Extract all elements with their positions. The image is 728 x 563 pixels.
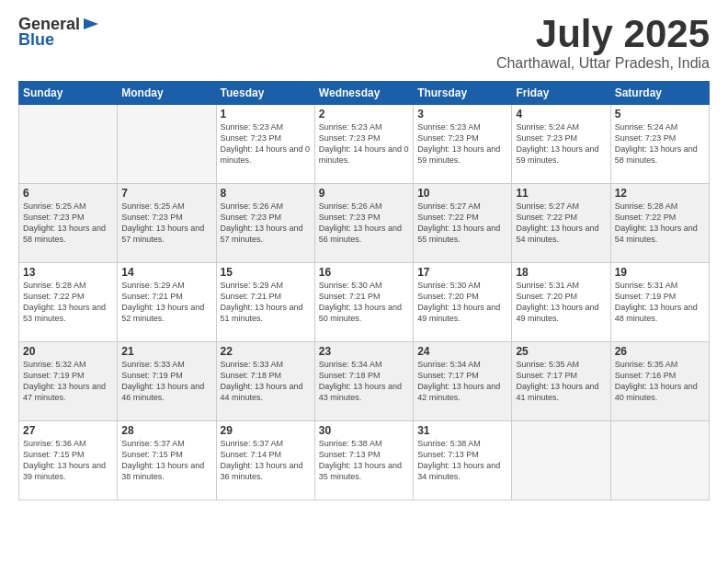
table-row: 17Sunrise: 5:30 AMSunset: 7:20 PMDayligh… bbox=[414, 263, 512, 342]
day-info: Sunrise: 5:35 AMSunset: 7:17 PMDaylight:… bbox=[516, 359, 606, 404]
day-info: Sunrise: 5:28 AMSunset: 7:22 PMDaylight:… bbox=[615, 201, 705, 246]
table-row bbox=[19, 105, 118, 184]
header-sunday: Sunday bbox=[19, 82, 118, 105]
table-row: 3Sunrise: 5:23 AMSunset: 7:23 PMDaylight… bbox=[414, 105, 512, 184]
header-saturday: Saturday bbox=[610, 82, 709, 105]
day-info: Sunrise: 5:31 AMSunset: 7:20 PMDaylight:… bbox=[516, 280, 606, 325]
day-info: Sunrise: 5:29 AMSunset: 7:21 PMDaylight:… bbox=[121, 280, 211, 325]
day-number: 16 bbox=[319, 266, 409, 279]
table-row: 20Sunrise: 5:32 AMSunset: 7:19 PMDayligh… bbox=[19, 342, 118, 421]
day-number: 9 bbox=[319, 187, 409, 200]
day-number: 23 bbox=[319, 345, 409, 358]
table-row: 15Sunrise: 5:29 AMSunset: 7:21 PMDayligh… bbox=[216, 263, 314, 342]
table-row: 29Sunrise: 5:37 AMSunset: 7:14 PMDayligh… bbox=[216, 421, 314, 500]
day-number: 14 bbox=[121, 266, 211, 279]
day-info: Sunrise: 5:25 AMSunset: 7:23 PMDaylight:… bbox=[121, 201, 211, 246]
day-number: 13 bbox=[23, 266, 113, 279]
day-info: Sunrise: 5:38 AMSunset: 7:13 PMDaylight:… bbox=[417, 438, 507, 483]
table-row: 23Sunrise: 5:34 AMSunset: 7:18 PMDayligh… bbox=[314, 342, 413, 421]
logo: General Blue bbox=[18, 15, 100, 50]
title-section: July 2025 Charthawal, Uttar Pradesh, Ind… bbox=[496, 15, 710, 72]
table-row: 26Sunrise: 5:35 AMSunset: 7:16 PMDayligh… bbox=[610, 342, 709, 421]
logo-flag-icon bbox=[82, 17, 100, 33]
calendar-week-row: 6Sunrise: 5:25 AMSunset: 7:23 PMDaylight… bbox=[19, 184, 710, 263]
day-info: Sunrise: 5:34 AMSunset: 7:17 PMDaylight:… bbox=[417, 359, 507, 404]
day-number: 15 bbox=[221, 266, 311, 279]
table-row: 31Sunrise: 5:38 AMSunset: 7:13 PMDayligh… bbox=[414, 421, 512, 500]
day-info: Sunrise: 5:31 AMSunset: 7:19 PMDaylight:… bbox=[615, 280, 705, 325]
header: General Blue July 2025 Charthawal, Uttar… bbox=[18, 15, 710, 72]
header-wednesday: Wednesday bbox=[314, 82, 413, 105]
day-info: Sunrise: 5:27 AMSunset: 7:22 PMDaylight:… bbox=[417, 201, 507, 246]
day-number: 11 bbox=[516, 187, 606, 200]
day-number: 30 bbox=[319, 424, 409, 437]
day-number: 18 bbox=[516, 266, 606, 279]
day-number: 21 bbox=[121, 345, 211, 358]
logo-blue: Blue bbox=[18, 30, 54, 50]
table-row: 12Sunrise: 5:28 AMSunset: 7:22 PMDayligh… bbox=[610, 184, 709, 263]
day-number: 20 bbox=[23, 345, 113, 358]
table-row: 7Sunrise: 5:25 AMSunset: 7:23 PMDaylight… bbox=[118, 184, 216, 263]
month-title: July 2025 bbox=[496, 15, 710, 53]
table-row: 30Sunrise: 5:38 AMSunset: 7:13 PMDayligh… bbox=[314, 421, 413, 500]
table-row: 6Sunrise: 5:25 AMSunset: 7:23 PMDaylight… bbox=[19, 184, 118, 263]
table-row: 18Sunrise: 5:31 AMSunset: 7:20 PMDayligh… bbox=[512, 263, 610, 342]
day-number: 25 bbox=[516, 345, 606, 358]
day-info: Sunrise: 5:29 AMSunset: 7:21 PMDaylight:… bbox=[221, 280, 311, 325]
day-info: Sunrise: 5:33 AMSunset: 7:19 PMDaylight:… bbox=[121, 359, 211, 404]
calendar-header-row: Sunday Monday Tuesday Wednesday Thursday… bbox=[19, 82, 710, 105]
table-row: 2Sunrise: 5:23 AMSunset: 7:23 PMDaylight… bbox=[314, 105, 413, 184]
day-info: Sunrise: 5:27 AMSunset: 7:22 PMDaylight:… bbox=[516, 201, 606, 246]
day-info: Sunrise: 5:23 AMSunset: 7:23 PMDaylight:… bbox=[221, 121, 311, 167]
day-info: Sunrise: 5:35 AMSunset: 7:16 PMDaylight:… bbox=[615, 359, 705, 404]
location-title: Charthawal, Uttar Pradesh, India bbox=[496, 55, 710, 72]
day-number: 6 bbox=[23, 187, 113, 200]
day-number: 27 bbox=[23, 424, 113, 437]
table-row: 22Sunrise: 5:33 AMSunset: 7:18 PMDayligh… bbox=[216, 342, 314, 421]
calendar-table: Sunday Monday Tuesday Wednesday Thursday… bbox=[18, 81, 710, 500]
day-number: 24 bbox=[417, 345, 507, 358]
day-info: Sunrise: 5:36 AMSunset: 7:15 PMDaylight:… bbox=[23, 438, 113, 483]
day-info: Sunrise: 5:32 AMSunset: 7:19 PMDaylight:… bbox=[23, 359, 113, 404]
day-info: Sunrise: 5:23 AMSunset: 7:23 PMDaylight:… bbox=[319, 121, 409, 167]
day-number: 29 bbox=[221, 424, 311, 437]
day-info: Sunrise: 5:33 AMSunset: 7:18 PMDaylight:… bbox=[221, 359, 311, 404]
table-row: 21Sunrise: 5:33 AMSunset: 7:19 PMDayligh… bbox=[118, 342, 216, 421]
calendar-week-row: 20Sunrise: 5:32 AMSunset: 7:19 PMDayligh… bbox=[19, 342, 710, 421]
day-number: 7 bbox=[121, 187, 211, 200]
day-info: Sunrise: 5:37 AMSunset: 7:15 PMDaylight:… bbox=[121, 438, 211, 483]
table-row: 19Sunrise: 5:31 AMSunset: 7:19 PMDayligh… bbox=[610, 263, 709, 342]
day-number: 8 bbox=[221, 187, 311, 200]
day-info: Sunrise: 5:26 AMSunset: 7:23 PMDaylight:… bbox=[221, 201, 311, 246]
day-number: 22 bbox=[221, 345, 311, 358]
table-row bbox=[610, 421, 709, 500]
day-info: Sunrise: 5:25 AMSunset: 7:23 PMDaylight:… bbox=[23, 201, 113, 246]
table-row: 24Sunrise: 5:34 AMSunset: 7:17 PMDayligh… bbox=[414, 342, 512, 421]
table-row: 5Sunrise: 5:24 AMSunset: 7:23 PMDaylight… bbox=[610, 105, 709, 184]
table-row: 11Sunrise: 5:27 AMSunset: 7:22 PMDayligh… bbox=[512, 184, 610, 263]
calendar-week-row: 27Sunrise: 5:36 AMSunset: 7:15 PMDayligh… bbox=[19, 421, 710, 500]
table-row: 8Sunrise: 5:26 AMSunset: 7:23 PMDaylight… bbox=[216, 184, 314, 263]
table-row: 25Sunrise: 5:35 AMSunset: 7:17 PMDayligh… bbox=[512, 342, 610, 421]
header-thursday: Thursday bbox=[414, 82, 512, 105]
table-row bbox=[512, 421, 610, 500]
svg-marker-0 bbox=[84, 18, 98, 29]
day-number: 10 bbox=[417, 187, 507, 200]
day-info: Sunrise: 5:24 AMSunset: 7:23 PMDaylight:… bbox=[615, 121, 705, 167]
day-number: 1 bbox=[221, 108, 311, 121]
day-number: 2 bbox=[319, 108, 409, 121]
calendar-week-row: 1Sunrise: 5:23 AMSunset: 7:23 PMDaylight… bbox=[19, 105, 710, 184]
day-info: Sunrise: 5:28 AMSunset: 7:22 PMDaylight:… bbox=[23, 280, 113, 325]
table-row bbox=[118, 105, 216, 184]
day-info: Sunrise: 5:26 AMSunset: 7:23 PMDaylight:… bbox=[319, 201, 409, 246]
header-friday: Friday bbox=[512, 82, 610, 105]
day-number: 28 bbox=[121, 424, 211, 437]
table-row: 28Sunrise: 5:37 AMSunset: 7:15 PMDayligh… bbox=[118, 421, 216, 500]
table-row: 27Sunrise: 5:36 AMSunset: 7:15 PMDayligh… bbox=[19, 421, 118, 500]
table-row: 1Sunrise: 5:23 AMSunset: 7:23 PMDaylight… bbox=[216, 105, 314, 184]
day-info: Sunrise: 5:37 AMSunset: 7:14 PMDaylight:… bbox=[221, 438, 311, 483]
day-number: 12 bbox=[615, 187, 705, 200]
day-number: 4 bbox=[516, 108, 606, 121]
day-info: Sunrise: 5:23 AMSunset: 7:23 PMDaylight:… bbox=[417, 121, 507, 167]
table-row: 10Sunrise: 5:27 AMSunset: 7:22 PMDayligh… bbox=[414, 184, 512, 263]
